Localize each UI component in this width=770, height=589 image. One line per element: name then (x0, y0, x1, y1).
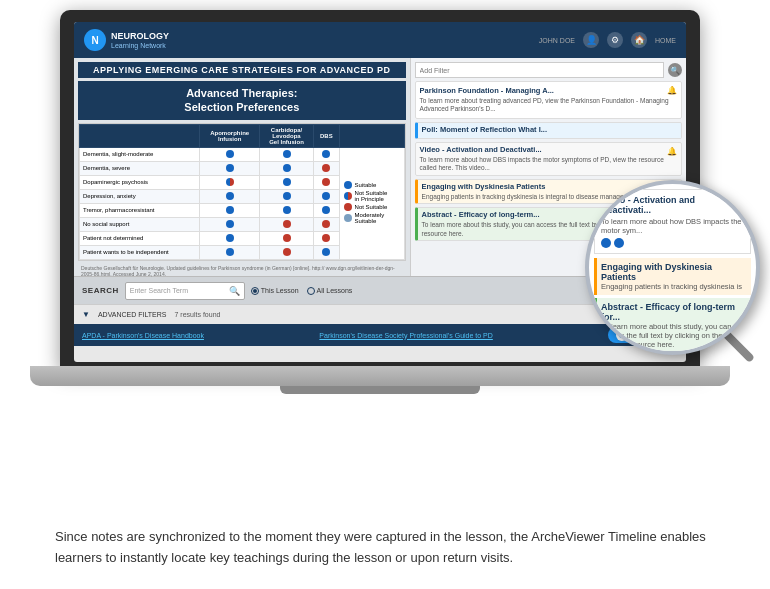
dbs-cell (314, 161, 340, 175)
legend-item: Not Suitablein Principle (343, 190, 401, 202)
left-panel: APPLYING EMERGING CARE STRATEGIES FOR AD… (74, 58, 411, 276)
dbs-cell (314, 147, 340, 161)
settings-icon[interactable]: ⚙ (607, 32, 623, 48)
condition-cell: Dopaminergic psychosis (80, 175, 200, 189)
nln-logo-text-wrap: NEUROLOGY Learning Network (111, 31, 169, 49)
search-label: SEARCH (82, 286, 119, 295)
zoom-video-body: To learn more about how DBS impacts the … (601, 217, 744, 235)
zoom-engaging-title: Engaging with Dyskinesia Patients (601, 262, 747, 282)
col-dbs: DBS (314, 124, 340, 147)
note-poll[interactable]: Poll: Moment of Reflection What I... (415, 122, 682, 139)
radio-this-lesson[interactable]: This Lesson (251, 287, 299, 295)
dbs-cell (314, 189, 340, 203)
user-icon[interactable]: 👤 (583, 32, 599, 48)
radio-this-lesson-circle[interactable] (251, 287, 259, 295)
resource-search-icon[interactable]: 🔍 (668, 63, 682, 77)
radio-all-lessons-label: All Lessons (317, 287, 353, 294)
apo-cell (200, 189, 260, 203)
results-count: 7 results found (175, 311, 221, 318)
carb-cell (259, 161, 313, 175)
dot-blue (226, 206, 234, 214)
col-legend (339, 124, 404, 147)
carb-cell (259, 217, 313, 231)
legend-not-suitable: Not Suitable (355, 204, 388, 210)
zoom-inner: 🔔 Video - Activation and Deactivati... T… (589, 184, 756, 351)
note-video[interactable]: 🔔 Video - Activation and Deactivati... T… (415, 142, 682, 176)
zoom-bell-icon: 🔔 (733, 194, 745, 205)
legend-dot-suitable (344, 181, 352, 189)
zoom-engaging-item: Engaging with Dyskinesia Patients Engagi… (594, 258, 751, 295)
page-wrapper: N NEUROLOGY Learning Network JOHN DOE 👤 … (0, 0, 770, 589)
dot-red (322, 178, 330, 186)
nln-logo-text: NEUROLOGY (111, 31, 169, 42)
nln-header: N NEUROLOGY Learning Network JOHN DOE 👤 … (74, 22, 686, 58)
right-panel-search-bar: 🔍 (415, 62, 682, 78)
condition-cell: Patient not determined (80, 231, 200, 245)
dot-half (226, 178, 234, 186)
slide-citation: Deutsche Gesellschaft für Neurologie. Up… (78, 263, 406, 280)
search-radio-group: This Lesson All Lessons (251, 287, 353, 295)
dot-red (283, 248, 291, 256)
bottom-link-1[interactable]: APDA - Parkinson's Disease Handbook (82, 332, 204, 339)
zoom-abstract-body: To learn more about this study, you can … (601, 322, 747, 349)
condition-cell: Tremor, pharmacoresistant (80, 203, 200, 217)
adv-filters-label[interactable]: ADVANCED FILTERS (98, 311, 167, 318)
table-row: Dementia, slight-moderate Suitable Not S… (80, 147, 405, 161)
dbs-cell (314, 217, 340, 231)
dot-blue (322, 192, 330, 200)
legend-dot-notprinciple (344, 192, 352, 200)
slide-heading: Advanced Therapies: Selection Preference… (78, 81, 406, 120)
zoom-circle: 🔔 Video - Activation and Deactivati... T… (585, 180, 760, 355)
caption-text: Since notes are synchronized to the mome… (55, 527, 715, 569)
apo-cell (200, 175, 260, 189)
laptop-base (30, 366, 730, 386)
carb-cell (259, 245, 313, 259)
home-icon[interactable]: 🏠 (631, 32, 647, 48)
resource-search-input[interactable] (415, 62, 664, 78)
search-input-wrap[interactable]: Enter Search Term 🔍 (125, 282, 245, 300)
carb-cell (259, 231, 313, 245)
search-submit-icon[interactable]: 🔍 (229, 286, 240, 296)
radio-all-lessons[interactable]: All Lessons (307, 287, 353, 295)
dbs-cell (314, 245, 340, 259)
slide-heading-line1: Advanced Therapies: (83, 86, 401, 100)
apo-cell (200, 203, 260, 217)
bottom-link-2[interactable]: Parkinson's Disease Society Professional… (319, 332, 492, 339)
legend-suitable: Suitable (355, 182, 377, 188)
radio-all-lessons-circle[interactable] (307, 287, 315, 295)
note-parkinson-title: Parkinson Foundation - Managing A... (420, 86, 677, 95)
apo-cell (200, 231, 260, 245)
legend-dot-notsuitable (344, 203, 352, 211)
dot-blue (226, 164, 234, 172)
bell-icon: 🔔 (667, 86, 677, 95)
note-parkinson[interactable]: 🔔 Parkinson Foundation - Managing A... T… (415, 81, 682, 119)
zoom-dot-2 (614, 238, 624, 248)
note-parkinson-body: To learn more about treating advanced PD… (420, 97, 677, 114)
legend-item: ModeratelySuitable (343, 212, 401, 224)
col-condition (80, 124, 200, 147)
dbs-cell (314, 203, 340, 217)
condition-cell: Depression, anxiety (80, 189, 200, 203)
search-input-placeholder: Enter Search Term (130, 287, 229, 294)
home-label: HOME (655, 37, 676, 44)
slide-heading-line2: Selection Preferences (83, 100, 401, 114)
dot-blue (226, 248, 234, 256)
dot-red (283, 220, 291, 228)
dot-red (322, 220, 330, 228)
dot-blue (283, 150, 291, 158)
dot-blue (322, 248, 330, 256)
zoom-engaging-body: Engaging patients in tracking dyskinesia… (601, 282, 747, 291)
col-carb: Carbidopa/LevodopaGel Infusion (259, 124, 313, 147)
dot-blue (283, 164, 291, 172)
dot-red (322, 164, 330, 172)
note-poll-title: Poll: Moment of Reflection What I... (422, 125, 677, 134)
legend-dot-moderate (344, 214, 352, 222)
note-video-title: Video - Activation and Deactivati... (420, 145, 677, 154)
nln-logo-sub: Learning Network (111, 42, 169, 49)
filter-icon: ▼ (82, 310, 90, 319)
nln-logo: N NEUROLOGY Learning Network (84, 29, 169, 51)
zoom-abstract-item: Abstract - Efficacy of long-term [or... … (594, 298, 751, 351)
zoom-dot-1 (601, 238, 611, 248)
carb-cell (259, 147, 313, 161)
apo-cell (200, 245, 260, 259)
